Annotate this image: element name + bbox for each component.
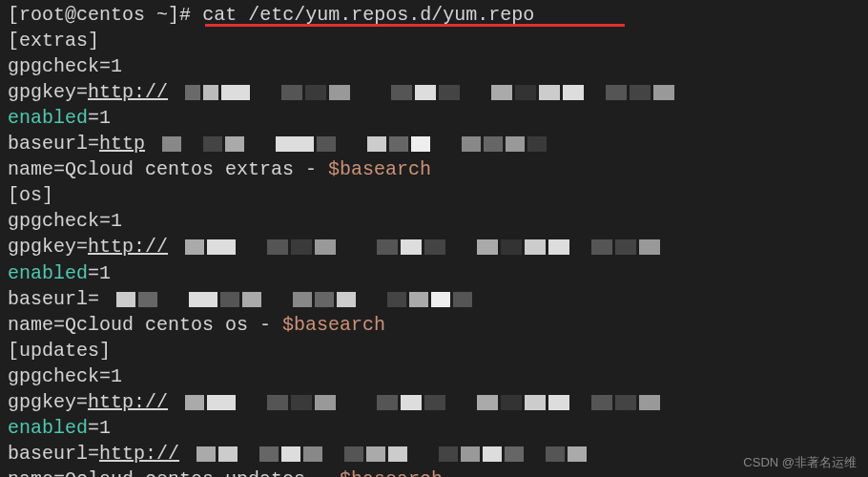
prompt-symbol: #: [179, 4, 191, 26]
censored-content: [196, 441, 589, 467]
extras-gpgkey: gpgkey=http://: [8, 79, 860, 105]
updates-baseurl-url: http://: [99, 443, 179, 465]
prompt-user: root@centos: [19, 4, 145, 26]
basearch-var: $basearch: [282, 314, 385, 336]
prompt-dir: ~: [156, 4, 168, 26]
censored-content: [162, 131, 549, 156]
os-enabled: enabled=1: [8, 260, 860, 286]
updates-baseurl: baseurl=http://: [8, 441, 860, 467]
censored-content: [116, 286, 475, 312]
extras-gpgcheck: gpgcheck=1: [8, 53, 860, 79]
extras-name: name=Qcloud centos extras - $basearch: [8, 156, 860, 182]
os-baseurl: baseurl=: [8, 286, 860, 312]
extras-baseurl: baseurl=http: [8, 131, 860, 156]
updates-gpgcheck: gpgcheck=1: [8, 363, 860, 389]
os-gpgcheck: gpgcheck=1: [8, 208, 860, 234]
censored-content: [185, 389, 663, 415]
updates-enabled: enabled=1: [8, 415, 860, 441]
censored-content: [185, 235, 663, 260]
extras-gpgkey-url: http://: [88, 81, 168, 103]
section-os-header: [os]: [8, 182, 860, 208]
os-gpgkey-url: http://: [88, 236, 168, 258]
section-extras-header: [extras]: [8, 28, 860, 53]
prompt-open-bracket: [: [8, 4, 19, 26]
basearch-var: $basearch: [328, 158, 431, 180]
updates-gpgkey: gpgkey=http://: [8, 389, 860, 415]
watermark: CSDN @非著名运维: [743, 454, 857, 471]
basearch-var: $basearch: [340, 468, 443, 477]
extras-baseurl-url: http: [99, 133, 145, 155]
os-gpgkey: gpgkey=http://: [8, 234, 860, 259]
censored-content: [185, 79, 677, 105]
extras-enabled: enabled=1: [8, 105, 860, 131]
updates-name: name=Qcloud centos updates - $basearch: [8, 467, 860, 477]
command-underline-annotation: [205, 24, 625, 27]
updates-gpgkey-url: http://: [88, 391, 168, 413]
command-text: cat /etc/yum.repos.d/yum.repo: [202, 4, 534, 26]
os-name: name=Qcloud centos os - $basearch: [8, 312, 860, 338]
prompt-close-bracket: ]: [168, 4, 179, 26]
section-updates-header: [updates]: [8, 338, 860, 363]
